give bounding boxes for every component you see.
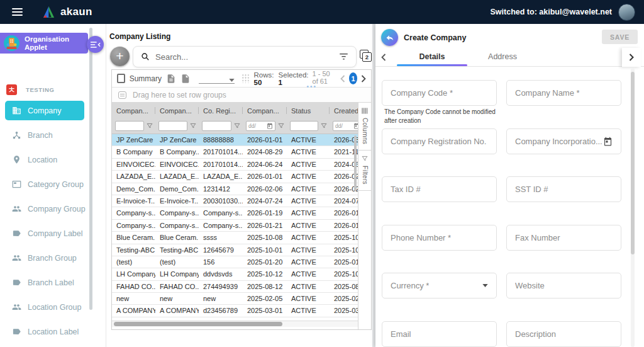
- table-row[interactable]: Blue Ceram...Blue Ceram...ssss2025-10-08…: [112, 232, 358, 244]
- table-row[interactable]: A COMPANYA COMPANYd234567892025-03-01ACT…: [112, 305, 358, 317]
- sidebar-item-label: Branch: [28, 131, 53, 140]
- table-cell: ACTIVE: [287, 244, 330, 256]
- filter-list-icon[interactable]: [339, 53, 348, 60]
- form-field[interactable]: Company Code *The Company Code cannot be…: [382, 80, 497, 106]
- sidebar-item-location[interactable]: Location: [0, 147, 89, 172]
- text-filter-input[interactable]: [158, 121, 187, 131]
- table-row[interactable]: LAZADA_E...LAZADA_E...LAZADA_E...2026-01…: [112, 171, 358, 183]
- table-row[interactable]: (test)(test)1562025-01-20ACTIVE2025-01: [112, 256, 358, 268]
- column-filter: [199, 118, 243, 134]
- form-field[interactable]: Company Name *: [506, 80, 621, 106]
- applet-header[interactable]: Organisation Applet: [0, 33, 88, 54]
- form-field[interactable]: Website: [506, 273, 621, 299]
- table-row[interactable]: Company-s...Company-s...Company-s...2026…: [112, 220, 358, 232]
- switched-to-text: Switched to: akibul@wavelet.net: [491, 8, 612, 16]
- add-company-button[interactable]: +: [110, 47, 130, 66]
- sidebar-item-branch-group[interactable]: Branch Group: [0, 246, 89, 270]
- table-header-row: Compan...Compan...Co. Regi...Compan...St…: [112, 103, 358, 118]
- row-group-dropzone[interactable]: Drag here to set row groups: [112, 88, 371, 103]
- sidebar-collapse-button[interactable]: [87, 36, 104, 53]
- sidebar-item-label: Location Label: [28, 327, 79, 336]
- table-row[interactable]: LH CompanyLH Companyddvdsvds2025-10-12AC…: [112, 268, 358, 280]
- table-cell: d23456789: [199, 305, 243, 316]
- sidebar-item-branch[interactable]: Branch: [0, 123, 89, 147]
- form-field[interactable]: Company Incorporatio...: [506, 128, 621, 154]
- text-filter-input[interactable]: [115, 121, 144, 131]
- form-field-row: EmailDescription: [382, 321, 644, 347]
- previous-page-icon[interactable]: [340, 75, 345, 82]
- current-page-badge[interactable]: 1: [349, 72, 357, 84]
- form-field[interactable]: Currency *: [382, 273, 497, 299]
- hamburger-menu-icon[interactable]: [12, 8, 23, 16]
- akaun-triangle-logo-icon: [42, 6, 56, 19]
- sidebar-item-notification-template[interactable]: Notification Template: [0, 344, 89, 347]
- horizontal-scroll-thumb[interactable]: [114, 322, 282, 326]
- table-row[interactable]: EINVOICEC...EINVOICEC...201701014...2024…: [112, 159, 358, 171]
- next-page-icon[interactable]: [361, 75, 366, 82]
- table-cell: 2025-10: [330, 268, 358, 280]
- form-field[interactable]: Fax Number: [506, 225, 621, 251]
- sidebar-item-testing[interactable]: TESTING: [0, 81, 89, 98]
- text-filter-input[interactable]: [202, 121, 231, 131]
- sidebar-item-company-group[interactable]: Company Group: [0, 196, 89, 221]
- sidebar-item-company-label[interactable]: Company Label: [0, 221, 89, 246]
- column-header[interactable]: Compan...: [155, 103, 199, 118]
- table-row[interactable]: Company-s...Company-s...Company-s...2026…: [112, 207, 358, 219]
- tabs-scroll-right-button[interactable]: [622, 48, 641, 67]
- sidebar-item-location-label[interactable]: Location Label: [0, 319, 89, 344]
- form-scroll-thumb[interactable]: [631, 72, 635, 254]
- date-filter-input[interactable]: dd/: [246, 121, 275, 131]
- column-header[interactable]: Co. Regi...: [199, 103, 243, 118]
- table-cell: 2025-08: [330, 281, 358, 292]
- column-header[interactable]: Compan...: [243, 103, 287, 118]
- grid-side-rail: ColumnsFilters: [358, 103, 371, 329]
- form-scrollbar[interactable]: [631, 68, 635, 347]
- form-field[interactable]: Company Registration No. *: [382, 128, 497, 154]
- tab-details[interactable]: Details: [397, 48, 467, 66]
- form-field[interactable]: Tax ID #: [382, 176, 497, 202]
- tab-address[interactable]: Address: [467, 48, 538, 66]
- table-row[interactable]: E-Invoice-T...E-Invoice-T...200301030...…: [112, 195, 358, 207]
- sidebar-item-company[interactable]: Company: [5, 101, 84, 120]
- save-button[interactable]: SAVE: [602, 30, 638, 44]
- row-group-select[interactable]: [199, 74, 235, 84]
- document-blank-icon[interactable]: [180, 74, 191, 84]
- table-row[interactable]: B CompanyB Company...201701014...2024-08…: [112, 146, 358, 158]
- table-row[interactable]: JP ZenCareJP ZenCare888888882026-01-01AC…: [112, 134, 358, 146]
- form-field[interactable]: Description: [506, 321, 621, 347]
- sidebar-scrollbar[interactable]: [89, 28, 92, 310]
- table-cell: ACTIVE: [287, 146, 330, 157]
- form-field[interactable]: SST ID #: [506, 176, 621, 202]
- document-lines-icon[interactable]: [166, 74, 176, 84]
- brand-logo[interactable]: akaun: [42, 6, 92, 19]
- table-cell: ACTIVE: [287, 207, 330, 219]
- sidebar-item-category-group[interactable]: Category Group: [0, 172, 89, 196]
- grid-dots-icon[interactable]: [242, 74, 250, 83]
- applet-title: Organisation Applet: [25, 35, 88, 52]
- column-filter: dd/: [243, 118, 287, 134]
- multi-view-icon[interactable]: 2: [360, 50, 372, 62]
- rail-tab-filters[interactable]: Filters: [358, 151, 371, 191]
- search-input[interactable]: [155, 52, 339, 62]
- table-row[interactable]: Testing-ABCTesting-ABC126456792025-10-01…: [112, 244, 358, 256]
- label-icon: [12, 229, 21, 238]
- rail-tab-columns[interactable]: Columns: [358, 103, 371, 151]
- back-button[interactable]: [381, 29, 398, 46]
- user-avatar[interactable]: [618, 4, 635, 21]
- table-cell: 2025-03-01: [243, 305, 287, 316]
- sidebar-item-branch-label[interactable]: Branch Label: [0, 270, 89, 295]
- table-row[interactable]: newnewnew2025-02-05ACTIVE2025-02: [112, 293, 358, 305]
- table-row[interactable]: Demo_Com...Demo_Com...12314122026-02-06A…: [112, 183, 358, 195]
- summary-checkbox[interactable]: [117, 74, 125, 83]
- table-cell: (test): [112, 256, 155, 268]
- form-field[interactable]: Email: [382, 321, 497, 347]
- form-field[interactable]: Phone Number *: [382, 225, 497, 251]
- table-vertical-scrollbar[interactable]: [354, 135, 357, 191]
- column-header[interactable]: Compan...: [112, 103, 155, 118]
- table-cell: ACTIVE: [287, 232, 330, 243]
- tabs-scroll-left-icon[interactable]: [381, 54, 386, 61]
- column-header[interactable]: Status: [287, 103, 330, 118]
- table-row[interactable]: FAHAD CO...FAHAD CO...2744949392025-08-1…: [112, 281, 358, 293]
- text-filter-input[interactable]: [290, 121, 318, 131]
- sidebar-item-location-group[interactable]: Location Group: [0, 295, 89, 319]
